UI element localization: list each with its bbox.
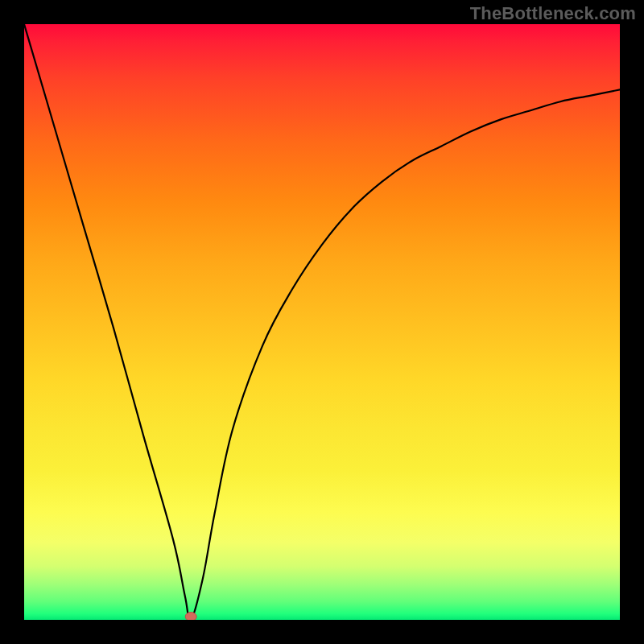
plot-area bbox=[24, 24, 620, 620]
optimum-marker-icon bbox=[185, 613, 196, 621]
watermark-label: TheBottleneck.com bbox=[470, 3, 636, 24]
curve-layer bbox=[24, 24, 620, 620]
mismatch-curve bbox=[24, 24, 620, 620]
chart-frame: TheBottleneck.com bbox=[0, 0, 644, 644]
